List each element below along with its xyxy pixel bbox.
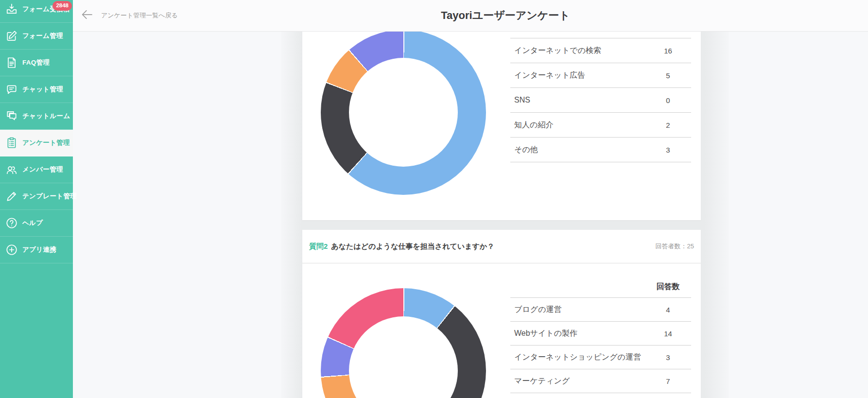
answer-row: Webサイトの製作14: [510, 322, 691, 346]
card-question-1: インターネットでの検索16インターネット広告5SNS0知人の紹介2その他3: [302, 32, 701, 220]
donut-chart-q2: [321, 288, 486, 398]
question-2-header-row: 質問2 あなたはどのような仕事を担当されていますか？ 回答者数：25: [302, 230, 701, 263]
sidebar-item-label: チャットルーム: [22, 112, 70, 121]
sidebar-item-label: フォーム管理: [22, 32, 63, 40]
help-circle-icon: [5, 217, 18, 230]
sidebar-item-label: アンケート管理: [22, 138, 70, 147]
back-arrow-icon: [80, 7, 94, 24]
answer-table-q2: 回答数 ブログの運営4Webサイトの製作14インターネットショッピングの運営3マ…: [510, 276, 691, 393]
answer-row: ブログの運営4: [510, 298, 691, 322]
sidebar-item-app-link[interactable]: アプリ連携: [0, 237, 73, 263]
answer-count: 14: [645, 329, 691, 338]
sidebar-nav: フォーム受信箱2848フォーム管理FAQ管理チャット管理チャットルームアンケート…: [0, 0, 73, 263]
question-2-text: あなたはどのような仕事を担当されていますか？: [331, 242, 494, 251]
answer-row: SNS0: [510, 88, 691, 113]
sidebar-item-label: ヘルプ: [22, 219, 43, 227]
survey-clipboard-icon: [5, 137, 18, 150]
donut-chart-q1: [321, 30, 486, 195]
answer-count-column-header: 回答数: [645, 282, 691, 292]
sidebar: フォーム受信箱2848フォーム管理FAQ管理チャット管理チャットルームアンケート…: [0, 0, 73, 398]
sidebar-item-faq-manage[interactable]: FAQ管理: [0, 50, 73, 76]
sidebar-item-survey-manage[interactable]: アンケート管理: [0, 130, 73, 156]
card-question-2: 質問2 あなたはどのような仕事を担当されていますか？ 回答者数：25 回答数 ブ…: [302, 230, 701, 398]
sidebar-item-label: チャット管理: [22, 85, 63, 94]
chat-room-icon: [5, 110, 18, 123]
answer-row: インターネット広告5: [510, 63, 691, 88]
answer-count: 7: [645, 377, 691, 385]
sidebar-item-help[interactable]: ヘルプ: [0, 210, 73, 237]
template-pencil-icon: [5, 190, 18, 203]
topbar: アンケート管理一覧へ戻る Tayoriユーザーアンケート: [73, 0, 868, 32]
sidebar-item-member-manage[interactable]: メンバー管理: [0, 156, 73, 183]
answer-count: 3: [645, 353, 691, 362]
answer-count: 2: [645, 121, 691, 129]
answer-count: 0: [645, 96, 691, 104]
question-2-respondent-count: 回答者数：25: [656, 242, 694, 251]
plus-circle-icon: [5, 243, 18, 257]
form-edit-icon: [5, 30, 18, 43]
answer-count: 4: [645, 306, 691, 314]
unread-count-badge: 2848: [52, 1, 72, 11]
sidebar-item-label: テンプレート管理: [22, 192, 77, 201]
answer-label: マーケティング: [510, 376, 645, 386]
answer-label: SNS: [510, 96, 645, 104]
answer-table-q2-header: 回答数: [510, 276, 691, 298]
survey-results-page: { "colors": { "sidebar_bg": "#4ec4ab", "…: [0, 0, 868, 398]
answer-row: マーケティング7: [510, 369, 691, 393]
answer-row: その他3: [510, 138, 691, 162]
inbox-icon: [5, 3, 18, 16]
answer-label: インターネットショッピングの運営: [510, 352, 645, 363]
answer-count: 16: [645, 47, 691, 55]
answer-row: 知人の紹介2: [510, 113, 691, 138]
faq-document-icon: [5, 56, 18, 69]
page-title: Tayoriユーザーアンケート: [441, 0, 570, 31]
answer-label: インターネット広告: [510, 70, 645, 81]
answer-row: インターネットショッピングの運営3: [510, 346, 691, 369]
sidebar-item-chat-room[interactable]: チャットルーム: [0, 103, 73, 130]
answer-count: 5: [645, 71, 691, 80]
answer-label: Webサイトの製作: [510, 329, 645, 339]
sidebar-item-label: アプリ連携: [22, 245, 56, 254]
question-2-number-label: 質問2: [309, 242, 328, 251]
answer-row: インターネットでの検索16: [510, 38, 691, 63]
sidebar-item-label: メンバー管理: [22, 165, 63, 174]
answer-table-q1: インターネットでの検索16インターネット広告5SNS0知人の紹介2その他3: [510, 38, 691, 162]
sidebar-item-form-manage[interactable]: フォーム管理: [0, 23, 73, 50]
answer-count: 3: [645, 146, 691, 154]
members-icon: [5, 163, 18, 176]
back-to-survey-list-link[interactable]: アンケート管理一覧へ戻る: [80, 0, 178, 31]
sidebar-item-chat-manage[interactable]: チャット管理: [0, 76, 73, 103]
answer-label: 知人の紹介: [510, 120, 645, 130]
answer-label: インターネットでの検索: [510, 46, 645, 56]
back-link-label: アンケート管理一覧へ戻る: [101, 11, 178, 20]
sidebar-item-label: FAQ管理: [22, 58, 50, 67]
sidebar-item-form-inbox[interactable]: フォーム受信箱2848: [0, 0, 73, 23]
sidebar-item-template-manage[interactable]: テンプレート管理: [0, 183, 73, 210]
chat-bubble-icon: [5, 83, 18, 96]
answer-label: ブログの運営: [510, 305, 645, 315]
answer-label: その他: [510, 145, 645, 155]
